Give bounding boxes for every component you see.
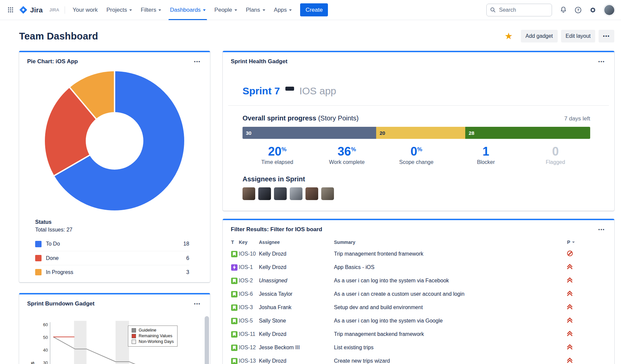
table-row[interactable]: IOS-3 Joshua Frank Setup dev and and bui… [231, 301, 608, 314]
chevron-down-icon [129, 9, 132, 11]
issue-key[interactable]: IOS-2 [239, 278, 259, 284]
pie-donut[interactable] [45, 71, 184, 210]
sprint-name[interactable]: Sprint 7 [243, 85, 280, 97]
settings-gear-icon[interactable] [586, 3, 600, 17]
assignee-avatar[interactable] [321, 187, 334, 200]
issue-assignee: Kelly Drozd [259, 251, 334, 257]
stat-scope-change: 0% Scope change [382, 145, 451, 165]
issue-assignee: Jessica Taylor [259, 291, 334, 297]
left-column: Pie Chart: iOS App ••• Status Total Issu… [19, 51, 210, 364]
donut-hole [86, 112, 143, 170]
issue-assignee: Unassigned [259, 278, 334, 284]
priority-cell [564, 291, 608, 298]
legend-swatch [35, 241, 42, 247]
col-priority[interactable]: P [564, 240, 608, 245]
col-type[interactable]: T [231, 240, 239, 245]
table-row[interactable]: IOS-6 Jessica Taylor As a user i can cre… [231, 287, 608, 301]
col-key[interactable]: Key [239, 240, 259, 245]
create-button[interactable]: Create [300, 3, 328, 16]
table-row[interactable]: IOS-13 Kelly Drozd Create new trips wiza… [231, 354, 608, 364]
issue-summary: Trip management backend framework [334, 331, 564, 337]
priority-highest-icon [567, 291, 572, 296]
issue-key[interactable]: IOS-13 [239, 358, 259, 364]
issue-key[interactable]: IOS-5 [239, 318, 259, 324]
col-assignee[interactable]: Assignee [259, 240, 334, 245]
assignee-avatar[interactable] [243, 187, 255, 200]
table-row[interactable]: IOS-11 Kelly Drozd Trip management backe… [231, 328, 608, 341]
progress-heading: Overall sprint progress (Story Points) [243, 114, 359, 122]
sprint-health-gadget: Sprint Health Gadget ••• Sprint 7 IOS ap… [223, 51, 614, 211]
dashboard-more-icon[interactable]: ••• [599, 30, 614, 42]
epic-icon [231, 264, 237, 271]
favorite-star-icon[interactable]: ★ [502, 31, 514, 41]
assignee-avatar[interactable] [274, 187, 287, 200]
story-icon [231, 251, 237, 257]
table-row[interactable]: IOS-5 Sally Stone As a user i can log in… [231, 314, 608, 328]
issue-key[interactable]: IOS-12 [239, 345, 259, 351]
search-box[interactable] [486, 4, 552, 16]
gadget-title: Sprint Burndown Gadget [27, 300, 94, 307]
issue-key[interactable]: IOS-6 [239, 291, 259, 297]
col-summary[interactable]: Summary [334, 240, 564, 245]
chevron-down-icon [203, 9, 206, 11]
chevron-down-icon [263, 9, 265, 11]
gadget-more-icon[interactable]: ••• [192, 300, 203, 307]
nav-item-dashboards[interactable]: Dashboards [165, 0, 210, 20]
add-gadget-button[interactable]: Add gadget [521, 30, 558, 42]
gadget-more-icon[interactable]: ••• [192, 58, 203, 65]
nav-item-apps[interactable]: Apps [270, 0, 296, 20]
dashboard-columns: Pie Chart: iOS App ••• Status Total Issu… [19, 51, 614, 364]
days-left: 7 days left [564, 115, 591, 122]
site-label: JIRA [49, 7, 59, 12]
nav-item-your-work[interactable]: Your work [68, 0, 102, 20]
gadget-title: Filter Results: Filter for IOS board [231, 226, 322, 233]
search-input[interactable] [498, 7, 543, 13]
assignee-avatar[interactable] [290, 187, 302, 200]
table-row[interactable]: IOS-10 Kelly Drozd Trip management front… [231, 247, 608, 261]
gadget-more-icon[interactable]: ••• [596, 225, 607, 233]
assignee-avatar[interactable] [305, 187, 318, 200]
issue-key[interactable]: IOS-10 [239, 251, 259, 257]
nav-item-filters[interactable]: Filters [136, 0, 165, 20]
gadget-scrollbar[interactable] [205, 316, 209, 364]
nav-item-people[interactable]: People [210, 0, 242, 20]
progress-segment: 30 [243, 127, 376, 139]
nav-item-plans[interactable]: Plans [242, 0, 270, 20]
issue-key[interactable]: IOS-11 [239, 331, 259, 337]
chevron-down-icon [234, 9, 237, 11]
help-icon[interactable]: ? [571, 3, 585, 17]
sprint-burndown-gadget: Sprint Burndown Gadget ••• STORY POINTS … [19, 293, 210, 364]
user-avatar[interactable] [604, 4, 615, 16]
table-row[interactable]: IOS-2 Unassigned As a user i can log int… [231, 274, 608, 287]
notifications-icon[interactable] [557, 3, 570, 17]
issue-key[interactable]: IOS-3 [239, 304, 259, 310]
product-name: Jira [30, 6, 43, 14]
sort-caret-icon [572, 242, 575, 243]
y-axis-ticks: 60 50 40 30 [19, 322, 48, 364]
table-row[interactable]: IOS-1 Kelly Drozd App Basics - iOS [231, 261, 608, 274]
legend-item: Remaining Values [132, 334, 174, 338]
issue-summary: List existing trips [334, 345, 564, 351]
priority-cell [564, 331, 608, 338]
gadget-header: Sprint Health Gadget ••• [223, 52, 614, 68]
gadget-more-icon[interactable]: ••• [596, 58, 607, 65]
story-icon [231, 331, 237, 338]
legend-item: Done 6 [35, 251, 189, 265]
story-icon [231, 291, 237, 297]
issue-key[interactable]: IOS-1 [239, 264, 259, 270]
gadget-title: Pie Chart: iOS App [27, 58, 78, 65]
divider [228, 105, 609, 106]
nav-item-projects[interactable]: Projects [102, 0, 136, 20]
jira-logo[interactable]: Jira [19, 5, 43, 14]
burndown-legend: Guideline Remaining Values Non-Working D… [128, 326, 178, 347]
edit-layout-button[interactable]: Edit layout [561, 30, 596, 42]
legend-swatch [35, 269, 42, 275]
sprint-stats: 20% Time elapsed 36% Work complete 0% Sc… [243, 145, 590, 165]
issue-summary: As a user i can create a custom user acc… [334, 291, 564, 297]
table-row[interactable]: IOS-12 Jesse Beckom III List existing tr… [231, 341, 608, 354]
story-icon [231, 278, 237, 284]
app-switcher-icon[interactable] [4, 4, 17, 16]
top-nav: Jira JIRA Your work Projects Filters Das… [0, 0, 621, 20]
assignee-avatar[interactable] [258, 187, 271, 200]
priority-cell [564, 304, 608, 311]
